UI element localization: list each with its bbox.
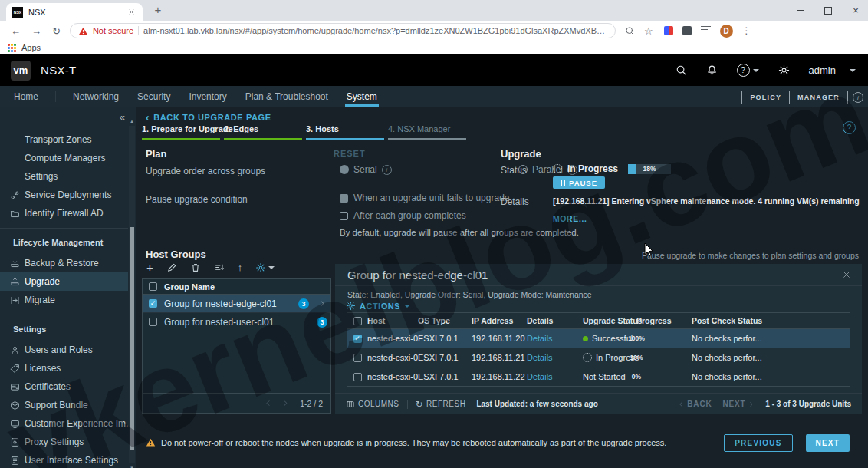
step-hosts[interactable]: 3. Hosts (306, 124, 384, 140)
window-close-icon[interactable] (851, 6, 860, 15)
scrollbar-thumb[interactable] (130, 227, 134, 450)
actions-menu[interactable]: ACTIONS (346, 301, 410, 311)
next-button[interactable]: NEXT (806, 434, 850, 452)
sidebar-item-customer-experience[interactable]: Customer Experience Im... (0, 414, 128, 433)
url-text[interactable]: alm-nsxt01.lab.vkb.lan/nsx/#/app/system/… (143, 26, 607, 35)
checkbox-unchecked-icon[interactable] (353, 354, 362, 362)
help-menu[interactable] (737, 64, 759, 77)
pause-each-group-checkbox[interactable]: After each group completes (340, 210, 466, 221)
nav-item-home[interactable]: Home (12, 86, 40, 107)
apps-label[interactable]: Apps (21, 43, 41, 52)
table-row[interactable]: nested-esxi-03.la... ESXI 7.0.1 192.168.… (347, 367, 850, 386)
back-to-upgrade-link[interactable]: BACK TO UPGRADE PAGE (146, 113, 271, 122)
not-secure-label[interactable]: Not secure (93, 26, 133, 35)
info-icon[interactable] (382, 165, 392, 175)
page-help-icon[interactable] (843, 121, 856, 134)
sidebar-collapse-icon[interactable] (120, 111, 125, 123)
checkbox-unchecked-icon[interactable] (149, 282, 157, 291)
sidebar-item-proxy-settings[interactable]: Proxy Settings (0, 433, 128, 451)
delete-trash-icon[interactable] (190, 262, 201, 273)
sidebar-item-support-bundle[interactable]: Support Bundle (0, 396, 128, 414)
apps-grid-icon[interactable] (8, 44, 16, 52)
nav-item-inventory[interactable]: Inventory (187, 86, 228, 107)
previous-button[interactable]: PREVIOUS (724, 434, 792, 452)
back-page-button[interactable]: BACK (678, 400, 712, 408)
refresh-button[interactable]: REFRESH (416, 399, 466, 410)
reorder-icon[interactable] (214, 262, 225, 273)
table-row[interactable]: nested-esxi-01.la... ESXI 7.0.1 192.168.… (347, 329, 850, 348)
step-edges[interactable]: 2. Edges (224, 124, 302, 140)
theme-sun-icon[interactable] (778, 64, 790, 76)
nav-item-security[interactable]: Security (136, 86, 172, 107)
bookmark-star-icon[interactable] (644, 24, 653, 38)
address-bar[interactable]: Not secure alm-nsxt01.lab.vkb.lan/nsx/#/… (70, 23, 616, 38)
policy-button[interactable]: POLICY (741, 91, 790, 104)
info-icon[interactable] (853, 92, 863, 103)
move-up-icon[interactable] (238, 262, 243, 273)
browser-menu-icon[interactable] (742, 25, 751, 36)
sidebar-item-licenses[interactable]: Licenses (0, 359, 128, 377)
sidebar-item-users-and-roles[interactable]: Users and Roles (0, 341, 128, 359)
edit-pencil-icon[interactable] (166, 262, 177, 273)
step-nsx-manager[interactable]: 4. NSX Manager (388, 124, 466, 140)
omnibox-search-icon[interactable] (625, 26, 635, 36)
add-icon[interactable] (146, 262, 153, 273)
sidebar-item-service-deployments[interactable]: Service Deployments (0, 186, 128, 204)
page-next-icon[interactable] (282, 400, 289, 407)
next-page-button[interactable]: NEXT (722, 400, 755, 408)
columns-button[interactable]: COLUMNS (346, 400, 399, 409)
details-link[interactable]: Details (527, 334, 583, 343)
sidebar-item-identity-firewall-ad[interactable]: Identity Firewall AD (0, 204, 128, 222)
page-prev-icon[interactable] (265, 400, 271, 407)
extension-icon-2[interactable] (682, 26, 692, 35)
sidebar-scrollbar[interactable] (129, 126, 135, 463)
sidebar-item-compute-managers[interactable]: Compute Managers (0, 149, 128, 167)
serial-radio[interactable]: Serial (340, 164, 392, 175)
back-icon[interactable] (11, 25, 21, 37)
notifications-bell-icon[interactable] (706, 64, 718, 76)
sidebar-item-backup-restore[interactable]: Backup & Restore (0, 254, 128, 272)
host-group-row[interactable]: Group for nested-edge-cl01 3 (143, 295, 330, 313)
sidebar-item-upgrade[interactable]: Upgrade (0, 272, 128, 291)
details-link[interactable]: Details (527, 372, 583, 381)
close-icon[interactable] (842, 270, 851, 279)
user-menu[interactable]: admin (809, 64, 856, 76)
checkbox-unchecked-icon[interactable] (353, 373, 362, 381)
new-tab-button[interactable] (152, 4, 164, 16)
more-link[interactable]: MORE... (553, 214, 587, 223)
nav-item-plan-troubleshoot[interactable]: Plan & Troubleshoot (244, 86, 330, 107)
maximize-icon[interactable] (824, 7, 832, 15)
forward-icon[interactable] (31, 25, 41, 37)
details-link[interactable]: Details (527, 353, 583, 362)
pause-on-fail-checkbox[interactable]: When an upgrade unit fails to upgrade (340, 193, 509, 203)
sidebar-item-migrate[interactable]: Migrate (0, 291, 128, 309)
nav-item-system[interactable]: System (345, 86, 379, 107)
checkbox-checked-icon[interactable] (353, 335, 362, 343)
checkbox-unchecked-icon[interactable] (149, 318, 157, 326)
manager-button[interactable]: MANAGER (789, 91, 848, 104)
reset-button[interactable]: RESET (334, 149, 366, 158)
table-row[interactable]: nested-esxi-02.la... ESXI 7.0.1 192.168.… (347, 348, 850, 367)
browser-tab[interactable]: NSX NSX (6, 3, 143, 21)
sidebar-item-certificates[interactable]: Certificates (0, 377, 128, 396)
scroll-up-icon[interactable] (130, 119, 134, 124)
nav-item-networking[interactable]: Networking (71, 86, 120, 107)
checkbox-unchecked-icon[interactable] (353, 317, 362, 325)
extension-icon-1[interactable] (664, 26, 673, 35)
doc-icon (10, 456, 20, 466)
search-icon[interactable] (676, 64, 687, 76)
reload-icon[interactable] (52, 25, 61, 37)
minimize-icon[interactable] (796, 6, 805, 15)
sidebar-item-settings[interactable]: Settings (0, 167, 128, 186)
extension-icon-3[interactable] (701, 26, 711, 35)
host-group-row[interactable]: Group for nested-user-cl01 3 (143, 313, 330, 331)
step-prepare[interactable]: 1. Prepare for Upgrade (142, 124, 220, 140)
sidebar-item-transport-zones[interactable]: Transport Zones (0, 130, 128, 149)
tab-close-icon[interactable] (126, 7, 136, 18)
pause-button[interactable]: PAUSE (553, 176, 605, 189)
chevron-right-icon[interactable] (319, 300, 326, 307)
settings-gear-icon[interactable] (255, 262, 275, 273)
profile-avatar[interactable]: D (720, 25, 733, 38)
checkbox-checked-icon[interactable] (149, 299, 157, 308)
sidebar-item-user-interface-settings[interactable]: User Interface Settings (0, 451, 128, 468)
